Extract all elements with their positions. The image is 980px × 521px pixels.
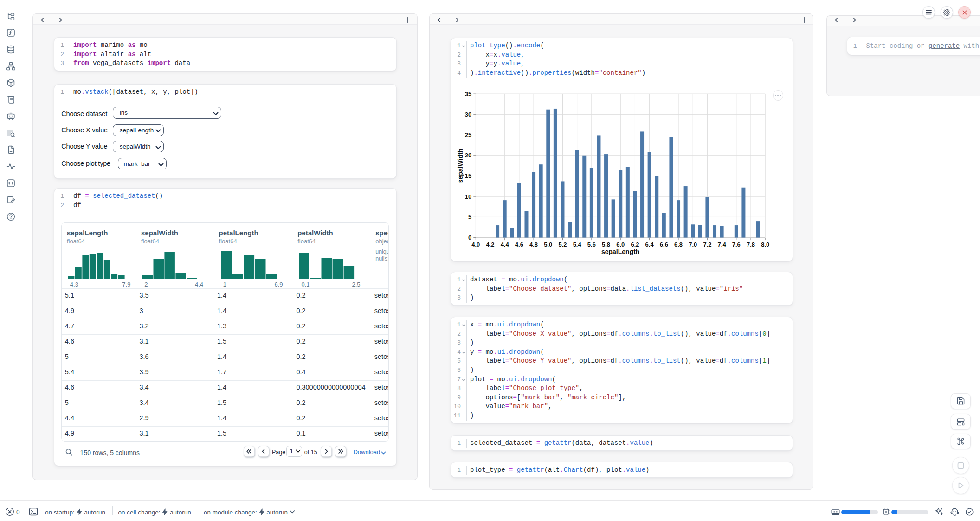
svg-text:5.2: 5.2	[558, 241, 567, 248]
svg-text:7.0: 7.0	[689, 241, 697, 248]
svg-text:6.6: 6.6	[660, 241, 668, 248]
svg-text:4.6: 4.6	[515, 241, 523, 248]
svg-text:4.4: 4.4	[501, 241, 509, 248]
svg-text:8.0: 8.0	[761, 241, 769, 248]
svg-text:7.6: 7.6	[732, 241, 741, 248]
svg-text:20: 20	[465, 152, 471, 159]
svg-text:5.4: 5.4	[573, 241, 582, 248]
svg-text:6.0: 6.0	[616, 241, 625, 248]
svg-text:7.8: 7.8	[747, 241, 755, 248]
svg-text:10: 10	[465, 193, 471, 200]
svg-text:4.2: 4.2	[486, 241, 494, 248]
svg-text:4.8: 4.8	[529, 241, 538, 248]
svg-text:sepalLength: sepalLength	[601, 248, 639, 255]
svg-text:0: 0	[468, 234, 471, 241]
svg-text:7.2: 7.2	[703, 241, 711, 248]
svg-text:sepalWidth: sepalWidth	[457, 149, 464, 183]
svg-text:6.2: 6.2	[631, 241, 639, 248]
svg-text:4.0: 4.0	[471, 241, 480, 248]
svg-text:5: 5	[468, 214, 471, 221]
svg-text:30: 30	[465, 111, 471, 118]
svg-text:6.4: 6.4	[645, 241, 654, 248]
svg-text:35: 35	[465, 91, 471, 98]
svg-text:6.8: 6.8	[674, 241, 683, 248]
svg-text:15: 15	[465, 172, 471, 179]
svg-text:5.0: 5.0	[544, 241, 552, 248]
svg-text:25: 25	[465, 131, 471, 138]
svg-text:5.8: 5.8	[602, 241, 610, 248]
svg-text:5.6: 5.6	[587, 241, 596, 248]
svg-text:7.4: 7.4	[718, 241, 727, 248]
